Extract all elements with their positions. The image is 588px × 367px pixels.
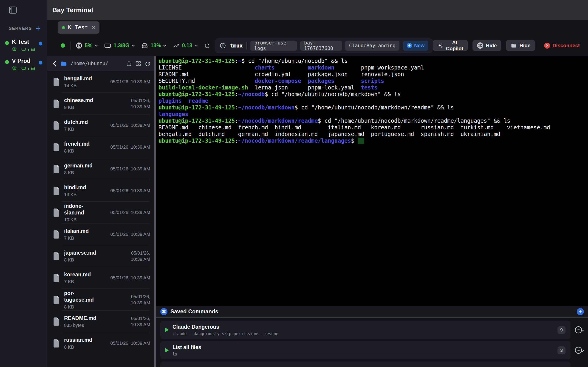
file-row[interactable]: chinese.md 9 KB 05/01/26, 10:39 AM <box>47 93 154 115</box>
grid-view-icon[interactable] <box>135 60 141 67</box>
file-row[interactable]: russian.md 8 KB 05/01/26, 10:39 AM <box>47 332 154 354</box>
saved-command-card[interactable]: List all files ls 3 <box>160 341 571 359</box>
file-list: bengali.md 14 KB 05/01/26, 10:39 AM chin… <box>47 71 154 367</box>
file-size: 8 KB <box>64 148 104 154</box>
file-date: 05/01/26, 10:39 AM <box>124 315 150 328</box>
ai-copilot-button[interactable]: AI Copilot <box>433 40 468 51</box>
refresh-files-icon[interactable] <box>145 60 151 67</box>
saved-commands-list: Claude Dangerous claude --dangerously-sk… <box>156 318 588 367</box>
file-info: russian.md 8 KB <box>64 337 104 350</box>
sidebar-toggle-icon[interactable] <box>9 6 17 14</box>
file-date: 05/01/26, 10:39 AM <box>107 209 150 216</box>
command-name-line: Claude Dangerous <box>173 324 554 330</box>
chart-line-icon <box>173 42 180 49</box>
tab-k-test[interactable]: K Test × <box>58 21 99 34</box>
bell-icon[interactable] <box>37 38 44 52</box>
tab-status-dot <box>62 26 65 29</box>
command-name: Claude Dangerous <box>173 324 219 330</box>
memory-stat[interactable]: 1.3/8G <box>104 42 135 49</box>
bell-icon[interactable] <box>37 57 44 71</box>
file-row[interactable]: bengali.md 14 KB 05/01/26, 10:39 AM <box>47 71 154 93</box>
file-size: 8 KB <box>64 257 121 263</box>
chevron-down-icon <box>163 44 166 47</box>
session-chip[interactable]: browser-use-logs <box>250 41 297 51</box>
file-info: dutch.md 7 KB <box>64 119 104 132</box>
file-row[interactable]: japanese.md 8 KB 05/01/26, 10:39 AM <box>47 245 154 267</box>
server-info: K Test <box>12 38 36 52</box>
command-more-icon[interactable] <box>574 325 585 334</box>
tab-close-icon[interactable]: × <box>92 25 95 31</box>
saved-command-row: Running processes on a port {{x}} <box>160 361 585 367</box>
file-doc-icon <box>52 99 60 108</box>
hide-files-button[interactable]: Hide <box>506 40 535 51</box>
add-command-button[interactable]: + <box>577 308 584 315</box>
terminal-line: bengali.md dutch.md german.md indonesian… <box>158 131 588 138</box>
app-title: Bay Terminal <box>52 6 93 14</box>
file-row[interactable]: README.md 835 bytes 05/01/26, 10:39 AM <box>47 311 154 332</box>
server-status-dot <box>5 60 9 64</box>
file-info: japanese.md 8 KB <box>64 250 121 263</box>
history-clock-icon <box>219 42 226 49</box>
saved-command-card[interactable]: Running processes on a port {{x}} <box>160 361 571 367</box>
refresh-stats-button[interactable] <box>204 42 210 49</box>
chevron-down-icon <box>131 44 135 47</box>
command-more-icon[interactable] <box>574 346 585 355</box>
run-command-icon[interactable] <box>165 348 169 352</box>
disconnect-button[interactable]: ✕ Disconnect <box>540 40 584 51</box>
file-row[interactable]: french.md 8 KB 05/01/26, 10:39 AM <box>47 136 154 158</box>
saved-command-card[interactable]: Claude Dangerous claude --dangerously-sk… <box>160 321 571 339</box>
disk-mini-icon <box>31 66 36 71</box>
server-item[interactable]: V Prod <box>0 57 47 71</box>
file-row[interactable]: german.md 8 KB 05/01/26, 10:39 AM <box>47 158 154 180</box>
session-chip[interactable]: bay-1767637600 <box>300 41 342 51</box>
disk-icon <box>141 42 148 49</box>
run-count-badge: 3 <box>557 346 565 354</box>
server-item[interactable]: K Test <box>0 38 47 52</box>
file-date: 05/01/26, 10:39 AM <box>107 166 150 172</box>
hide-shortcuts-button[interactable]: ⌘ Hide <box>473 40 502 51</box>
tmux-label: tmux <box>230 43 242 49</box>
file-date: 05/01/26, 10:39 AM <box>124 98 150 110</box>
session-chip-list: browser-use-logs bay-1767637600 ClaudeBa… <box>250 41 399 51</box>
file-name: german.md <box>64 162 104 169</box>
file-row[interactable]: hindi.md 13 KB 05/01/26, 10:39 AM <box>47 180 154 202</box>
cpu-mini-icon <box>12 66 17 71</box>
add-server-button[interactable] <box>35 25 41 32</box>
cpu-stat[interactable]: 5% <box>76 42 98 49</box>
file-size: 13 KB <box>64 192 104 197</box>
file-date: 05/01/26, 10:39 AM <box>107 275 150 281</box>
disk-mini-icon <box>31 47 36 52</box>
file-doc-icon <box>52 186 60 195</box>
ai-copilot-label: AI Copilot <box>446 40 463 52</box>
back-button[interactable] <box>52 60 57 67</box>
file-size: 10 KB <box>64 217 104 223</box>
memory-mini-bar <box>28 49 29 51</box>
saved-command-row: List all files ls 3 <box>160 341 585 359</box>
run-command-icon[interactable] <box>165 328 169 332</box>
terminal-line: build-local-docker-image.sh lerna.json p… <box>158 84 588 91</box>
panel-splitter[interactable] <box>154 56 156 367</box>
folder-icon <box>510 42 517 49</box>
file-row[interactable]: por­tuguese.md 8 KB 05/01/26, 10:39 AM <box>47 289 154 311</box>
file-row[interactable]: italian.md 7 KB 05/01/26, 10:39 AM <box>47 223 154 245</box>
file-name: russian.md <box>64 337 104 343</box>
file-info: bengali.md 14 KB <box>64 75 104 88</box>
command-info: Claude Dangerous claude --dangerously-sk… <box>173 324 554 336</box>
toolbar-actions: AI Copilot ⌘ Hide Hide ✕ Disconne <box>433 40 584 51</box>
disk-stat[interactable]: 13% <box>141 42 166 49</box>
share-upload-icon[interactable] <box>126 60 132 67</box>
session-chip[interactable]: ClaudeBayLanding <box>345 41 399 51</box>
run-count-badge: 9 <box>557 326 565 334</box>
new-session-button[interactable]: + New <box>403 41 428 51</box>
memory-value: 1.3/8G <box>113 42 129 49</box>
titlebar: Bay Terminal <box>47 0 588 20</box>
file-row[interactable]: korean.md 7 KB 05/01/26, 10:39 AM <box>47 267 154 289</box>
file-date: 05/01/26, 10:39 AM <box>124 250 150 262</box>
command-more-icon[interactable] <box>574 366 585 367</box>
terminal-output[interactable]: ubuntu@ip-172-31-49-125:~$ cd "/home/ubu… <box>156 56 588 306</box>
servers-section-header: SERVERS <box>0 24 47 33</box>
file-row[interactable]: indone­sian.md 10 KB 05/01/26, 10:39 AM <box>47 202 154 223</box>
file-row[interactable]: dutch.md 7 KB 05/01/26, 10:39 AM <box>47 115 154 136</box>
load-stat[interactable]: 0.13 <box>173 42 198 49</box>
file-date: 05/01/26, 10:39 AM <box>107 340 150 346</box>
